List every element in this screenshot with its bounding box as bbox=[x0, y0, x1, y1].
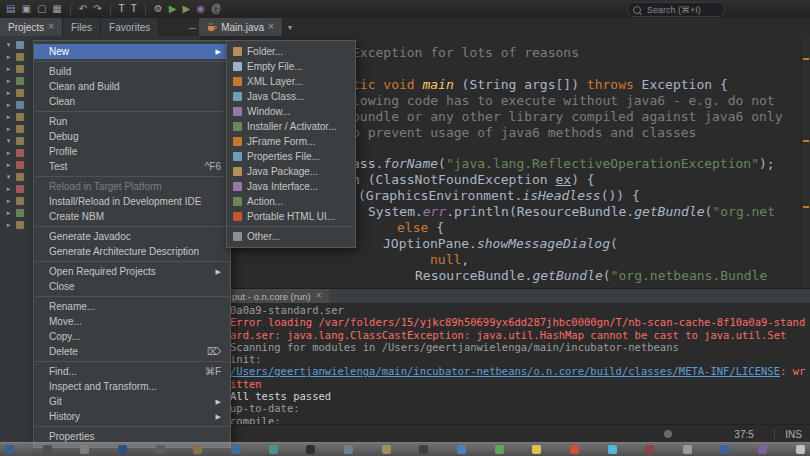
submenu-item-jframe-form[interactable]: JFrame Form... bbox=[227, 134, 355, 149]
submenu-item-empty-file[interactable]: Empty File... bbox=[227, 59, 355, 74]
tab-list-caret-icon[interactable]: ▾ bbox=[283, 18, 297, 36]
menu-item-find[interactable]: Find...⌘F bbox=[34, 364, 230, 379]
submenu-item-folder[interactable]: Folder... bbox=[227, 44, 355, 59]
code-line[interactable]: ass.forName("java.lang.ReflectiveOperati… bbox=[352, 156, 775, 172]
dock-app-icon[interactable] bbox=[382, 445, 391, 454]
tab-files[interactable]: Files bbox=[63, 18, 101, 36]
code-line[interactable]: tic void main (String args[]) throws Exc… bbox=[352, 77, 728, 93]
menu-item-generate-architecture-description[interactable]: Generate Architecture Description bbox=[34, 244, 230, 259]
menu-item-debug[interactable]: Debug bbox=[34, 129, 230, 144]
code-line[interactable]: else { bbox=[397, 220, 444, 236]
build-project-icon[interactable]: ⚙ bbox=[154, 1, 163, 17]
new-file-icon[interactable]: ▤ bbox=[6, 1, 15, 17]
menu-item-clean[interactable]: Clean bbox=[34, 94, 230, 109]
error-stripe[interactable] bbox=[801, 36, 810, 288]
tree-expand-icon[interactable]: ▸ bbox=[4, 161, 13, 169]
output-console[interactable]: 0a0a9-standard.serError loading /var/fol… bbox=[225, 303, 810, 425]
menu-item-profile[interactable]: Profile bbox=[34, 144, 230, 159]
code-line[interactable]: lowing code has to execute without java6… bbox=[352, 93, 775, 109]
submenu-item-other[interactable]: Other... bbox=[227, 229, 355, 244]
submenu-item-xml-layer[interactable]: XML Layer... bbox=[227, 74, 355, 89]
menu-item-delete[interactable]: Delete⌦ bbox=[34, 344, 230, 359]
tree-expand-icon[interactable]: ▾ bbox=[4, 41, 13, 49]
menu-item-close[interactable]: Close bbox=[34, 279, 230, 294]
new-project-icon[interactable]: ▣ bbox=[21, 1, 30, 17]
open-project-icon[interactable]: ▢ bbox=[37, 1, 46, 17]
tree-expand-icon[interactable]: ▸ bbox=[4, 125, 13, 133]
menu-item-rename[interactable]: Rename... bbox=[34, 299, 230, 314]
dock-app-icon[interactable] bbox=[231, 445, 240, 454]
menu-item-open-required-projects[interactable]: Open Required Projects▶ bbox=[34, 264, 230, 279]
dock-app-icon[interactable] bbox=[193, 445, 202, 454]
dock-app-icon[interactable] bbox=[796, 445, 805, 454]
text-tool-2-icon[interactable]: T bbox=[131, 1, 137, 17]
menu-item-history[interactable]: History▶ bbox=[34, 409, 230, 424]
dock-app-icon[interactable] bbox=[419, 445, 428, 454]
profile-project-icon[interactable]: ◉ bbox=[196, 1, 205, 17]
tree-expand-icon[interactable]: ▸ bbox=[4, 77, 13, 85]
menu-item-build[interactable]: Build bbox=[34, 64, 230, 79]
menu-item-move[interactable]: Move... bbox=[34, 314, 230, 329]
tree-expand-icon[interactable]: ▸ bbox=[4, 101, 13, 109]
debug-project-icon[interactable]: ▶ bbox=[182, 1, 190, 17]
undo-icon[interactable]: ↶ bbox=[79, 1, 87, 17]
menu-item-clean-and-build[interactable]: Clean and Build bbox=[34, 79, 230, 94]
code-line[interactable]: System.err.println(ResourceBundle.getBun… bbox=[368, 204, 775, 220]
menu-item-create-nbm[interactable]: Create NBM bbox=[34, 209, 230, 224]
search-input[interactable] bbox=[645, 4, 719, 16]
menu-item-generate-javadoc[interactable]: Generate Javadoc bbox=[34, 229, 230, 244]
menu-item-reload-in-target-platform[interactable]: Reload in Target Platform bbox=[34, 179, 230, 194]
code-line[interactable]: (GraphicsEnvironment.isHeadless()) { bbox=[358, 188, 640, 204]
text-tool-icon[interactable]: T bbox=[119, 1, 125, 17]
submenu-item-properties-file[interactable]: Properties File... bbox=[227, 149, 355, 164]
code-line[interactable]: h (ClassNotFoundException ex) { bbox=[352, 172, 595, 188]
tree-expand-icon[interactable]: ▸ bbox=[4, 89, 13, 97]
dock-app-icon[interactable] bbox=[344, 445, 353, 454]
at-mention-icon[interactable]: @ bbox=[211, 1, 221, 17]
dock-app-icon[interactable] bbox=[532, 445, 541, 454]
submenu-item-window[interactable]: Window... bbox=[227, 104, 355, 119]
menu-item-new[interactable]: New▶ bbox=[34, 44, 230, 59]
tree-expand-icon[interactable]: ▸ bbox=[4, 65, 13, 73]
code-line[interactable]: Exception for lots of reasons bbox=[352, 45, 579, 61]
code-line[interactable]: o prevent usage of java6 methods and cla… bbox=[352, 125, 696, 141]
code-line[interactable]: null, bbox=[430, 252, 469, 268]
menu-item-run[interactable]: Run bbox=[34, 114, 230, 129]
tab-close-icon[interactable]: × bbox=[48, 22, 54, 32]
code-line[interactable]: ResourceBundle.getBundle("org.netbeans.B… bbox=[415, 268, 767, 284]
dock-app-icon[interactable] bbox=[269, 445, 278, 454]
submenu-item-java-class[interactable]: Java Class... bbox=[227, 89, 355, 104]
minimize-panel-button[interactable]: – bbox=[185, 18, 199, 36]
output-tab-close-icon[interactable]: × bbox=[316, 291, 322, 301]
dock-app-icon[interactable] bbox=[758, 445, 767, 454]
tab-projects[interactable]: Projects× bbox=[0, 18, 63, 36]
menu-item-install-reload-in-development-ide[interactable]: Install/Reload in Development IDE bbox=[34, 194, 230, 209]
dock-app-icon[interactable] bbox=[306, 445, 315, 454]
dock-app-icon[interactable] bbox=[645, 445, 654, 454]
dock-app-icon[interactable] bbox=[570, 445, 579, 454]
menu-item-copy[interactable]: Copy... bbox=[34, 329, 230, 344]
submenu-item-java-interface[interactable]: Java Interface... bbox=[227, 179, 355, 194]
submenu-item-action[interactable]: Action... bbox=[227, 194, 355, 209]
submenu-item-installer-activator[interactable]: Installer / Activator... bbox=[227, 119, 355, 134]
tab-main-java[interactable]: Main.java × bbox=[199, 18, 283, 36]
run-project-icon[interactable]: ▶ bbox=[169, 1, 177, 17]
tree-expand-icon[interactable]: ▸ bbox=[4, 221, 13, 229]
dock-app-icon[interactable] bbox=[5, 445, 14, 454]
dock-app-icon[interactable] bbox=[720, 445, 729, 454]
dock-app-icon[interactable] bbox=[683, 445, 692, 454]
dock-app-icon[interactable] bbox=[457, 445, 466, 454]
output-link[interactable]: /Users/geertjanwielenga/main/incubator-n… bbox=[230, 365, 780, 377]
menu-item-inspect-and-transform[interactable]: Inspect and Transform... bbox=[34, 379, 230, 394]
dock-app-icon[interactable] bbox=[608, 445, 617, 454]
tree-expand-icon[interactable]: ▸ bbox=[4, 53, 13, 61]
tree-expand-icon[interactable]: ▾ bbox=[4, 173, 13, 181]
dock-app-icon[interactable] bbox=[118, 445, 127, 454]
tree-expand-icon[interactable]: ▸ bbox=[4, 113, 13, 121]
tree-expand-icon[interactable]: ▸ bbox=[4, 149, 13, 157]
output-tab[interactable]: put - o.n.core (run) × bbox=[225, 289, 329, 303]
save-all-icon[interactable]: ▦ bbox=[52, 1, 61, 17]
search-box[interactable] bbox=[627, 2, 725, 17]
tree-expand-icon[interactable]: ▾ bbox=[4, 137, 13, 145]
tree-expand-icon[interactable]: ▸ bbox=[4, 185, 13, 193]
